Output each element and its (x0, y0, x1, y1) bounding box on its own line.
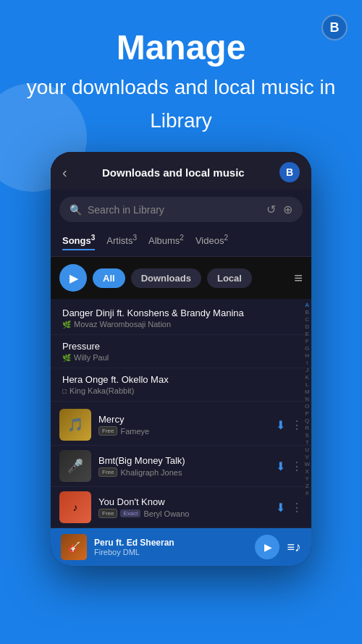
phone-header-title: Downloads and local music (75, 166, 272, 179)
more-options-icon[interactable]: ⋮ (291, 501, 303, 514)
table-row[interactable]: Hera Onge ft. Okello Max □ King Kaka(Rab… (51, 368, 311, 402)
alpha-letter[interactable]: O (305, 403, 309, 410)
song-title: Danger Dinji ft. Konshens & Brandy Manin… (62, 308, 300, 318)
search-right-icons: ↺ ⊕ (266, 203, 292, 216)
play-icon: ▶ (70, 271, 78, 285)
filter-all-button[interactable]: All (93, 268, 125, 288)
song-artist: 🌿 Movaz Warombosaji Nation (62, 320, 300, 329)
thumb-song-list: 🎵 Mercy Free Fameye ⬇ ⋮ 🎤 Bmt(Big Money … (51, 404, 311, 528)
free-tag: Free (98, 467, 117, 477)
alpha-letter[interactable]: S (306, 432, 309, 438)
song-title: Pressure (62, 341, 300, 352)
tab-albums[interactable]: Albums2 (148, 234, 184, 250)
download-icon[interactable]: ⬇ (276, 501, 285, 514)
now-playing-artist: Fireboy DML (94, 548, 248, 556)
artist-name: Willy Paul (74, 353, 109, 362)
filter-row: ▶ All Downloads Local ≡ (51, 257, 311, 299)
artist-icon: 🌿 (62, 321, 71, 329)
now-playing-bar[interactable]: 🎸 Peru ft. Ed Sheeran Fireboy DML ▶ ≡♪ (51, 528, 311, 566)
alpha-letter[interactable]: P (306, 410, 309, 417)
alpha-letter[interactable]: W (304, 461, 310, 467)
now-playing-thumbnail: 🎸 (61, 534, 87, 560)
song-actions: ⬇ ⋮ (276, 418, 303, 432)
more-options-icon[interactable]: ⋮ (291, 418, 303, 432)
header-icons: B (279, 162, 300, 182)
alpha-letter[interactable]: V (306, 454, 309, 460)
alpha-letter[interactable]: B (306, 309, 309, 315)
filter-local-button[interactable]: Local (207, 268, 252, 288)
alpha-letter[interactable]: R (305, 425, 309, 431)
song-info: Mercy Free Fameye (98, 414, 269, 436)
tab-artists[interactable]: Artists3 (106, 234, 137, 250)
song-info: You Don't Know Free Exact Beryl Owano (98, 496, 269, 518)
list-view-icon[interactable]: ≡ (294, 270, 303, 287)
song-actions: ⬇ ⋮ (276, 501, 303, 514)
free-tag: Free (98, 509, 117, 518)
tab-videos[interactable]: Videos2 (195, 234, 228, 250)
now-playing-play-button[interactable]: ▶ (255, 535, 279, 559)
alpha-letter[interactable]: M (305, 389, 310, 395)
song-artist: Free Fameye (98, 426, 269, 436)
table-row[interactable]: Pressure 🌿 Willy Paul (51, 335, 311, 368)
now-playing-controls: ▶ ≡♪ (255, 535, 301, 559)
song-actions: ⬇ ⋮ (276, 459, 303, 473)
artist-icon: □ (62, 387, 67, 395)
alpha-letter[interactable]: N (305, 396, 309, 402)
tabs-row: Songs3 Artists3 Albums2 Videos2 (51, 229, 311, 257)
alpha-letter[interactable]: F (306, 338, 309, 344)
now-playing-info: Peru ft. Ed Sheeran Fireboy DML (94, 538, 248, 556)
table-row[interactable]: Danger Dinji ft. Konshens & Brandy Manin… (51, 302, 311, 335)
phone-mockup: ‹ Downloads and local music B 🔍 Search i… (51, 152, 311, 566)
download-icon[interactable]: ⬇ (276, 459, 285, 473)
tab-songs[interactable]: Songs3 (62, 234, 95, 250)
alpha-letter[interactable]: A (306, 302, 309, 308)
alpha-letter[interactable]: # (306, 490, 308, 496)
alpha-letter[interactable]: Z (306, 483, 309, 489)
history-icon[interactable]: ↺ (266, 203, 276, 216)
song-thumbnail: 🎵 (59, 409, 91, 441)
filter-downloads-button[interactable]: Downloads (131, 268, 201, 288)
alpha-letter[interactable]: L (306, 381, 308, 388)
upload-icon[interactable]: ⊕ (283, 203, 292, 216)
search-bar[interactable]: 🔍 Search in Library ↺ ⊕ (59, 197, 303, 222)
list-item[interactable]: 🎤 Bmt(Big Money Talk) Free Khaligraph Jo… (51, 446, 311, 487)
search-icon: 🔍 (70, 204, 82, 216)
boomplay-logo-hero: B (321, 14, 348, 41)
alpha-letter[interactable]: Q (305, 418, 309, 424)
back-button[interactable]: ‹ (62, 164, 67, 181)
alpha-letter[interactable]: I (306, 360, 308, 366)
artist-name: Movaz Warombosaji Nation (74, 320, 171, 329)
list-item[interactable]: ♪ You Don't Know Free Exact Beryl Owano … (51, 487, 311, 528)
song-artist: Free Khaligraph Jones (98, 467, 269, 477)
alpha-letter[interactable]: J (306, 367, 308, 373)
plain-song-list: Danger Dinji ft. Konshens & Brandy Manin… (51, 299, 311, 404)
song-title: Hera Onge ft. Okello Max (62, 374, 300, 385)
alpha-letter[interactable]: E (306, 331, 309, 337)
alpha-letter[interactable]: T (306, 439, 309, 446)
play-all-button[interactable]: ▶ (59, 264, 87, 292)
download-icon[interactable]: ⬇ (276, 418, 285, 432)
alpha-letter[interactable]: Y (306, 475, 309, 482)
hero-section: B Manage your downloads and local music … (0, 0, 362, 148)
list-item[interactable]: 🎵 Mercy Free Fameye ⬇ ⋮ (51, 404, 311, 446)
artist-name: Fameye (120, 427, 149, 436)
phone-header: ‹ Downloads and local music B (51, 152, 311, 190)
exact-tag: Exact (120, 509, 140, 517)
alpha-letter[interactable]: K (306, 374, 309, 381)
alpha-letter[interactable]: H (305, 352, 309, 359)
queue-icon[interactable]: ≡♪ (287, 540, 301, 555)
now-playing-title: Peru ft. Ed Sheeran (94, 538, 248, 548)
play-icon: ▶ (264, 541, 272, 553)
alpha-letter[interactable]: X (306, 468, 309, 475)
boomplay-logo-header: B (279, 162, 300, 182)
alpha-letter[interactable]: G (305, 345, 309, 352)
search-placeholder: Search in Library (88, 204, 261, 216)
more-options-icon[interactable]: ⋮ (291, 459, 303, 473)
alpha-letter[interactable]: C (305, 316, 309, 323)
alpha-letter[interactable]: U (305, 446, 309, 453)
song-title: Bmt(Big Money Talk) (98, 455, 269, 466)
song-title: You Don't Know (98, 496, 269, 507)
alphabet-index: A B C D E F G H I J K L M N O P Q R S T … (304, 299, 310, 404)
artist-name: King Kaka(Rabbit) (70, 386, 134, 395)
alpha-letter[interactable]: D (305, 323, 309, 330)
